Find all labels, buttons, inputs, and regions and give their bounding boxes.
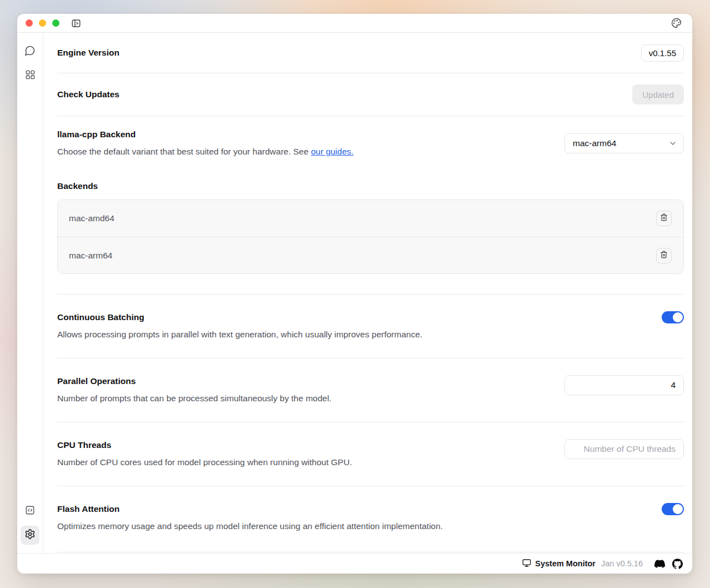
backends-list-label: Backends	[57, 180, 684, 192]
our-guides-link[interactable]: our guides.	[311, 147, 354, 156]
backend-description-text: Choose the default variant that best sui…	[57, 147, 311, 156]
sidebar-toggle-icon[interactable]	[71, 18, 81, 28]
continuous-batching-description: Allows processing prompts in parallel wi…	[57, 328, 422, 341]
toggle-knob	[673, 312, 683, 322]
cpu-threads-section: CPU Threads Number of CPU cores used for…	[57, 422, 684, 486]
monitor-icon	[522, 559, 531, 569]
backend-item-name: mac-amd64	[69, 213, 114, 223]
sidebar-bottom-group	[21, 502, 39, 545]
backend-select[interactable]: mac-arm64	[564, 133, 684, 153]
window-body: Engine Version v0.1.55 Check Updates Upd…	[17, 33, 692, 553]
app-version-label: Jan v0.5.16	[601, 559, 643, 568]
backend-description: Choose the default variant that best sui…	[57, 146, 353, 158]
cpu-threads-text-block: CPU Threads Number of CPU cores used for…	[57, 439, 352, 469]
system-monitor-button[interactable]: System Monitor	[522, 559, 596, 569]
trash-icon	[660, 251, 668, 261]
discord-icon[interactable]	[654, 559, 665, 569]
parallel-operations-input[interactable]	[564, 375, 684, 395]
backend-item-name: mac-arm64	[69, 251, 112, 261]
llamacpp-backend-section: llama-cpp Backend Choose the default var…	[57, 116, 684, 295]
sidebar-item-chat[interactable]	[21, 42, 39, 61]
parallel-operations-label: Parallel Operations	[57, 375, 332, 387]
continuous-batching-section: Continuous Batching Allows processing pr…	[57, 295, 684, 358]
theme-palette-icon[interactable]	[671, 18, 682, 28]
engine-version-badge[interactable]: v0.1.55	[641, 44, 684, 62]
chevron-down-icon	[668, 139, 677, 148]
system-monitor-label: System Monitor	[535, 559, 596, 568]
backend-select-value: mac-arm64	[573, 138, 616, 148]
delete-backend-button[interactable]	[656, 211, 672, 226]
continuous-batching-label: Continuous Batching	[57, 311, 422, 323]
maximize-button[interactable]	[52, 19, 59, 27]
backend-text-block: llama-cpp Backend Choose the default var…	[57, 128, 353, 158]
backend-list-item: mac-amd64	[58, 200, 683, 237]
flash-attention-description: Optimizes memory usage and speeds up mod…	[57, 520, 443, 532]
continuous-batching-toggle[interactable]	[662, 311, 684, 323]
flash-attention-label: Flash Attention	[57, 503, 443, 515]
github-icon[interactable]	[672, 559, 683, 569]
engine-version-row: Engine Version v0.1.55	[57, 33, 684, 73]
parallel-operations-text-block: Parallel Operations Number of prompts th…	[57, 375, 332, 405]
check-updates-button[interactable]: Updated	[632, 84, 684, 104]
gear-icon	[24, 529, 36, 542]
sidebar-top-group	[21, 42, 39, 85]
cpu-threads-label: CPU Threads	[57, 439, 352, 451]
parallel-operations-description: Number of prompts that can be processed …	[57, 392, 332, 405]
backends-list: mac-amd64 mac-arm64	[57, 200, 684, 274]
toggle-knob	[673, 504, 683, 514]
cpu-threads-input[interactable]	[564, 439, 684, 459]
sidebar-item-hub[interactable]	[21, 66, 39, 85]
continuous-batching-text-block: Continuous Batching Allows processing pr…	[57, 311, 422, 341]
sidebar-item-local-api-server[interactable]	[21, 502, 39, 521]
footer: System Monitor Jan v0.5.16	[17, 553, 692, 574]
sidebar	[17, 33, 43, 553]
check-updates-row: Check Updates Updated	[57, 73, 684, 116]
jan-settings-window: Engine Version v0.1.55 Check Updates Upd…	[17, 14, 692, 574]
chat-bubble-icon	[24, 45, 36, 58]
code-square-icon	[25, 505, 35, 517]
delete-backend-button[interactable]	[656, 248, 672, 263]
flash-attention-text-block: Flash Attention Optimizes memory usage a…	[57, 503, 443, 532]
trash-icon	[660, 213, 668, 223]
engine-version-label: Engine Version	[57, 47, 119, 59]
close-button[interactable]	[26, 19, 33, 27]
titlebar	[17, 14, 692, 33]
cpu-threads-description: Number of CPU cores used for model proce…	[57, 456, 352, 469]
check-updates-label: Check Updates	[57, 88, 119, 101]
flash-attention-toggle[interactable]	[662, 503, 684, 515]
settings-panel: Engine Version v0.1.55 Check Updates Upd…	[43, 33, 692, 553]
grid-icon	[25, 69, 36, 82]
minimize-button[interactable]	[39, 19, 46, 27]
backend-list-item: mac-arm64	[58, 237, 683, 273]
sidebar-item-settings[interactable]	[21, 526, 39, 545]
backend-label: llama-cpp Backend	[57, 128, 353, 141]
parallel-operations-section: Parallel Operations Number of prompts th…	[57, 358, 684, 422]
flash-attention-section: Flash Attention Optimizes memory usage a…	[57, 486, 684, 552]
traffic-lights	[26, 19, 59, 27]
